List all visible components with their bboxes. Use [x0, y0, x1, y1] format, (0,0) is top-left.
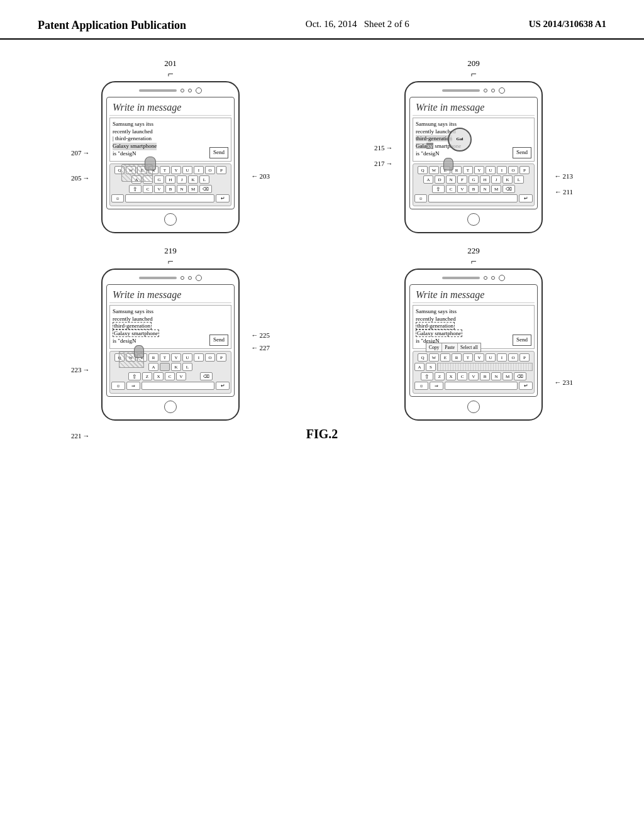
- send-button-229[interactable]: Send: [513, 335, 531, 346]
- phone-status-201: [106, 87, 235, 94]
- ref-231: ← 231: [555, 379, 574, 386]
- phone-title-219: Write in message: [109, 287, 231, 303]
- ref-217: 217 →: [374, 160, 393, 167]
- header-title: Patent Application Publication: [38, 19, 186, 32]
- ref-211: ← 211: [555, 188, 573, 196]
- phone-229: Write in message Samsung says itss recen…: [404, 268, 543, 421]
- phone-screen-201: Write in message Samsung says itss recen…: [106, 97, 235, 209]
- ref-229: 229⌐: [467, 246, 480, 267]
- diagram-cell-229: 229⌐ ← 231 Write in message Samsung says…: [328, 246, 619, 421]
- magnifier-209: Gal: [448, 128, 472, 152]
- phone-wrapper-219: ← 225 ← 227 223 → 221 → Write in message: [101, 268, 240, 421]
- home-button-219: [106, 401, 235, 413]
- phone-wrapper-201: 207 → 205 → ← 203 Write in message: [101, 81, 240, 233]
- copy-button[interactable]: Copy: [426, 343, 442, 351]
- diagram-cell-219: 219⌐ ← 225 ← 227 223 → 221 →: [25, 246, 316, 421]
- key-row-2: AGHJKL: [111, 175, 230, 184]
- phone-screen-229: Write in message Samsung says itss recen…: [409, 284, 538, 397]
- diagram-cell-209: 209⌐ 215 → 217 → ← 213 ← 211: [328, 58, 619, 233]
- ref-207: 207 →: [71, 149, 90, 157]
- ref-209: 209⌐: [467, 58, 480, 80]
- ref-227: ← 227: [252, 344, 270, 351]
- ref-201: 201⌐: [164, 58, 177, 80]
- finger-201: [145, 157, 156, 170]
- paste-button[interactable]: Paste: [442, 343, 458, 351]
- key-row-1: QWERTYUIOP: [111, 166, 230, 174]
- send-button-201[interactable]: Send: [209, 147, 228, 158]
- phone-status-219: [106, 275, 235, 281]
- patent-header: Patent Application Publication Oct. 16, …: [0, 0, 644, 40]
- home-button-209: [409, 213, 538, 226]
- phone-209: Write in message Samsung says itss recen…: [404, 81, 543, 233]
- finger-219: [134, 345, 144, 358]
- phone-title-209: Write in message: [413, 100, 535, 116]
- status-circle: [196, 87, 202, 94]
- keyboard-229: Copy Paste Select all QWERTYUIOP AS: [413, 351, 535, 394]
- ref-213: ← 213: [555, 172, 574, 180]
- ref-215: 215 →: [374, 144, 393, 152]
- phone-201: Write in message Samsung says itss recen…: [101, 81, 240, 233]
- key-row-3: ⇧ CVBNM ⌫: [111, 185, 230, 193]
- ref-205: 205 →: [71, 174, 90, 182]
- message-area-201[interactable]: Samsung says itss recently launched | th…: [109, 118, 231, 162]
- phone-wrapper-209: 215 → 217 → ← 213 ← 211 Write in message: [404, 81, 543, 233]
- home-button-229: [409, 401, 538, 413]
- key-row-4: ☺ ↵: [111, 194, 230, 202]
- keyboard-201: QWERTYUIOP AGHJKL ⇧ CVBNM ⌫ ☺: [109, 163, 231, 206]
- select-all-button[interactable]: Select all: [458, 343, 480, 351]
- ref-223: 223 →: [71, 366, 90, 374]
- header-date: Oct. 16, 2014: [306, 19, 357, 29]
- diagram-grid: 201⌐ 207 → 205 → ← 203: [25, 58, 619, 421]
- message-area-219[interactable]: Samsung says itss recently launched thir…: [109, 305, 231, 349]
- phone-wrapper-229: ← 231 Write in message Samsung says itss…: [404, 268, 543, 421]
- send-button-219[interactable]: Send: [209, 335, 228, 346]
- phone-title-229: Write in message: [413, 287, 535, 303]
- status-bar: [139, 89, 177, 92]
- ref-203: ← 203: [252, 172, 270, 180]
- status-dot1: [180, 89, 184, 92]
- finger-209: [443, 158, 453, 170]
- phone-status-229: [409, 275, 538, 281]
- send-button-209[interactable]: Send: [513, 147, 531, 158]
- home-button-201: [106, 213, 235, 226]
- phone-status-209: [409, 87, 538, 94]
- ref-219: 219⌐: [164, 246, 177, 267]
- phone-screen-219: Write in message Samsung says itss recen…: [106, 284, 235, 397]
- message-area-209[interactable]: Samsung says itss recently launched thir…: [413, 118, 535, 162]
- fig-label: FIG.2: [25, 427, 619, 441]
- phone-219: Write in message Samsung says itss recen…: [101, 268, 240, 421]
- keyboard-219: QWERTYUIOP A KL ⇧ ZXCV ⌫: [109, 351, 231, 394]
- edit-toolbar-229: Copy Paste Select all: [426, 343, 481, 352]
- phone-screen-209: Write in message Samsung says itss recen…: [409, 97, 538, 209]
- diagram-cell-201: 201⌐ 207 → 205 → ← 203: [25, 58, 316, 233]
- header-patent-number: US 2014/310638 A1: [529, 19, 606, 30]
- main-content: 201⌐ 207 → 205 → ← 203: [0, 40, 644, 454]
- phone-title-201: Write in message: [109, 100, 231, 116]
- ref-225: ← 225: [252, 331, 270, 339]
- ref-221: 221 →: [71, 432, 90, 440]
- keyboard-209: QWERTYUIOP ADNFGHJKL ⇧ CVBNM ⌫: [413, 163, 535, 206]
- header-sheet: Sheet 2 of 6: [364, 19, 409, 29]
- header-center: Oct. 16, 2014 Sheet 2 of 6: [306, 19, 409, 30]
- status-dot2: [188, 89, 192, 92]
